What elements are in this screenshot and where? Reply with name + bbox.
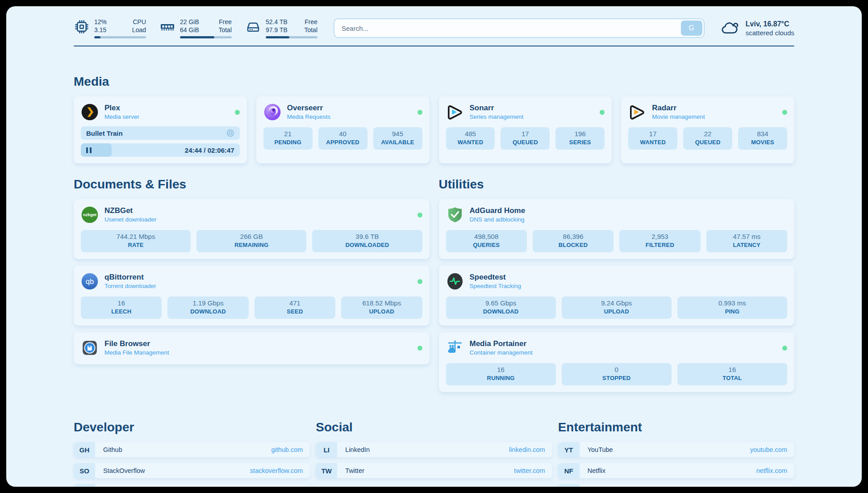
stat-box: 17QUEUED xyxy=(501,127,550,150)
weather-widget[interactable]: Lviv, 16.87°C scattered clouds xyxy=(721,19,794,38)
stat-box: 196SERIES xyxy=(555,127,605,150)
stat-box: 0.993 msPING xyxy=(677,297,787,319)
disk-free-label: Free xyxy=(305,18,317,26)
link-linkedin[interactable]: LI LinkedIn linkedin.com xyxy=(316,442,552,457)
app-name: Plex xyxy=(104,103,139,113)
link-netflix[interactable]: NF Netflix netflix.com xyxy=(558,463,794,478)
weather-condition: scattered clouds xyxy=(746,29,794,38)
stat-box: 744.21 MbpsRATE xyxy=(81,230,191,252)
cpu-progress-bar xyxy=(94,36,146,38)
link-abbr: YT xyxy=(558,442,580,457)
app-card-nzbget[interactable]: nzbget NZBGet Usenet downloader 744.21 M… xyxy=(74,199,430,259)
link-stackoverflow[interactable]: SO StackOverflow stackoverflow.com xyxy=(74,463,310,478)
stat-box: 17WANTED xyxy=(628,127,677,150)
link-reddit[interactable]: RE Reddit reddit.com xyxy=(558,484,794,487)
stat-box: 945AVAILABLE xyxy=(373,127,422,150)
link-abbr: RE xyxy=(558,484,580,487)
stat-box: 834MOVIES xyxy=(738,127,787,150)
app-name: File Browser xyxy=(104,339,169,348)
status-dot xyxy=(417,110,422,115)
app-subtitle: Speedtest Tracking xyxy=(470,282,522,290)
link-youtube[interactable]: YT YouTube youtube.com xyxy=(558,442,794,457)
stat-box: 1.19 GbpsDOWNLOAD xyxy=(167,297,248,319)
app-card-qbittorrent[interactable]: qb qBittorrent Torrent downloader 16LEEC… xyxy=(74,266,430,326)
app-subtitle: DNS and adblocking xyxy=(470,216,526,224)
cpu-load: 3.15 xyxy=(94,26,106,34)
stat-box: 9.65 GbpsDOWNLOAD xyxy=(446,297,556,319)
link-twitter[interactable]: TW Twitter twitter.com xyxy=(316,463,552,478)
ram-total-label: Total xyxy=(218,26,232,34)
section-title-developer: Developer xyxy=(74,420,310,435)
section-title-social: Social xyxy=(316,420,552,435)
app-card-sonarr[interactable]: Sonarr Series management 485WANTED 17QUE… xyxy=(439,96,612,163)
pause-icon[interactable] xyxy=(86,147,92,153)
radarr-icon xyxy=(628,103,646,121)
status-dot xyxy=(417,213,422,217)
app-card-filebrowser[interactable]: File Browser Media File Management xyxy=(74,332,430,364)
qbittorrent-icon: qb xyxy=(81,272,99,290)
app-name: Sonarr xyxy=(470,103,524,113)
portainer-icon xyxy=(446,339,464,357)
svg-text:nzbget: nzbget xyxy=(83,213,96,217)
adguard-icon xyxy=(446,206,464,224)
app-name: AdGuard Home xyxy=(470,206,526,215)
link-name: LinkedIn xyxy=(345,446,370,453)
app-card-portainer[interactable]: Media Portainer Container management 16R… xyxy=(439,332,795,392)
stat-box: 47.57 msLATENCY xyxy=(706,230,787,252)
stat-box: 485WANTED xyxy=(446,127,495,150)
filebrowser-icon xyxy=(81,339,99,357)
utilities-column: Utilities AdGuard Home xyxy=(439,177,795,392)
stat-box: 16TOTAL xyxy=(677,363,787,385)
link-url[interactable]: youtube.com xyxy=(750,446,787,453)
app-card-overseerr[interactable]: Overseerr Media Requests 21PENDING 40APP… xyxy=(256,96,430,163)
stat-box: 9.24 GbpsUPLOAD xyxy=(562,297,672,319)
link-name: Netflix xyxy=(588,467,605,474)
playback-progress-bar[interactable]: 24:44 / 02:06:47 xyxy=(81,143,240,157)
link-url[interactable]: twitter.com xyxy=(514,467,545,474)
svg-text:qb: qb xyxy=(86,277,94,286)
section-title-utilities: Utilities xyxy=(439,177,795,192)
app-subtitle: Torrent downloader xyxy=(104,282,156,290)
app-subtitle: Usenet downloader xyxy=(104,216,156,224)
search-input[interactable] xyxy=(334,18,705,38)
link-url[interactable]: stackoverflow.com xyxy=(250,467,303,474)
memory-stat: 22 GiBFree 64 GiBTotal xyxy=(159,18,232,38)
ram-free-label: Free xyxy=(219,18,232,26)
link-url[interactable]: linkedin.com xyxy=(509,446,545,453)
playback-time: 24:44 / 02:06:47 xyxy=(185,146,234,154)
storage-stat: 52.4 TBFree 97.9 TBTotal xyxy=(245,18,317,38)
cpu-load-label: Load xyxy=(132,26,146,34)
app-card-plex[interactable]: Plex Media server Bullet Train 24:44 / 0… xyxy=(74,96,247,163)
link-url[interactable]: netflix.com xyxy=(756,467,787,474)
cast-icon xyxy=(226,129,234,137)
app-card-speedtest[interactable]: Speedtest Speedtest Tracking 9.65 GbpsDO… xyxy=(439,266,795,326)
media-cards-row: Plex Media server Bullet Train 24:44 / 0… xyxy=(74,96,794,163)
google-search-button[interactable]: G xyxy=(681,21,702,36)
app-name: Radarr xyxy=(652,103,705,113)
link-abbr: GH xyxy=(74,442,95,457)
app-name: Overseerr xyxy=(287,103,331,113)
status-dot xyxy=(417,346,422,351)
disk-progress-bar xyxy=(266,36,317,38)
section-title-media: Media xyxy=(74,74,794,89)
app-card-radarr[interactable]: Radarr Movie management 17WANTED 22QUEUE… xyxy=(621,96,794,163)
dashboard-page: 12%CPU 3.15Load 22 GiBFree 64 GiBTotal xyxy=(6,6,862,487)
stat-box: 16RUNNING xyxy=(446,363,556,385)
stat-box: 22QUEUED xyxy=(683,127,732,150)
link-github[interactable]: GH Github github.com xyxy=(74,442,310,457)
status-dot xyxy=(235,110,240,115)
now-playing-title: Bullet Train xyxy=(86,130,123,137)
status-dot xyxy=(600,110,605,115)
cpu-label: CPU xyxy=(133,18,146,26)
disk-total-label: Total xyxy=(304,26,317,34)
cloud-icon xyxy=(721,19,740,37)
stat-box: 618.52 MbpsUPLOAD xyxy=(341,297,422,319)
header-divider xyxy=(74,46,794,46)
link-dev[interactable]: DT DEV dev.to xyxy=(74,484,310,487)
status-dot xyxy=(417,279,422,284)
link-url[interactable]: github.com xyxy=(271,446,303,453)
ram-progress-bar xyxy=(180,36,232,38)
now-playing-row: Bullet Train xyxy=(81,126,240,140)
plex-icon xyxy=(81,103,99,121)
app-card-adguard[interactable]: AdGuard Home DNS and adblocking 498,508Q… xyxy=(439,199,795,259)
